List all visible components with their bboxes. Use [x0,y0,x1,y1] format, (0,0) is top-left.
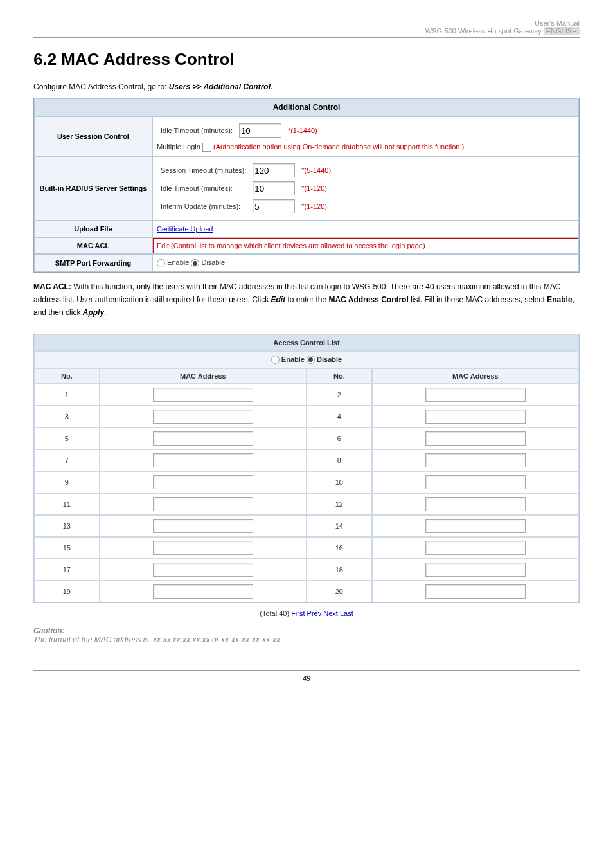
acl-col-no-1: No. [34,368,100,384]
interim-update-input[interactable] [253,199,295,213]
acl-col-mac-1: MAC Address [100,368,306,384]
acl-no: 3 [34,406,100,428]
smtp-enable-label: Enable [165,258,191,266]
acl-no: 6 [306,428,372,449]
upload-file-label: Upload File [34,221,152,237]
acl-mac-input[interactable] [153,519,253,533]
acl-no: 20 [306,581,372,602]
session-timeout-label: Session Timeout (minutes): [158,162,249,179]
acl-mac-input[interactable] [425,431,526,446]
acl-mac-input[interactable] [153,584,253,599]
smtp-forwarding-label: SMTP Port Forwarding [34,254,152,272]
acl-mac-input[interactable] [425,475,526,489]
acl-no: 9 [34,471,100,493]
acl-mac-input[interactable] [425,519,526,533]
acl-disable-radio[interactable] [306,356,315,364]
acl-mac-input[interactable] [425,541,526,555]
multiple-login-label: Multiple Login [157,143,202,150]
acl-mac-input[interactable] [153,388,253,402]
header-line2: WSG-500 Wireless Hotspot Gateway ENGLISH [33,27,580,35]
pager-prev[interactable]: Prev [307,610,322,617]
caution-block: Caution: The format of the MAC address i… [33,626,580,644]
acl-no: 8 [306,449,372,471]
acl-no: 15 [34,537,100,559]
session-timeout-hint: *(5-1440) [299,162,333,179]
acl-no: 12 [306,493,372,515]
smtp-disable-radio[interactable] [191,259,199,267]
mac-acl-description: MAC ACL: With this function, only the us… [33,280,580,320]
idle-timeout-label: Idle Timeout (minutes): [158,122,235,139]
multiple-login-checkbox[interactable] [202,143,211,152]
acl-mac-input[interactable] [153,475,253,489]
page-title: 6.2 MAC Address Control [33,50,580,69]
acl-no: 10 [306,471,372,493]
acl-mac-input[interactable] [425,410,526,424]
acl-no: 18 [306,559,372,581]
acl-mac-input[interactable] [425,563,526,577]
acl-mac-input[interactable] [425,388,526,402]
acl-no: 17 [34,559,100,581]
access-control-list-table: Access Control List Enable Disable No. M… [33,334,580,604]
additional-control-title: Additional Control [34,98,579,116]
acl-enable-row: Enable Disable [34,351,579,369]
interim-update-label: Interim Update (minutes): [158,198,249,215]
acl-mac-input[interactable] [153,541,253,555]
acl-no: 13 [34,515,100,537]
radius-idle-timeout-input[interactable] [253,181,295,195]
pager-next[interactable]: Next [323,610,338,617]
acl-no: 7 [34,449,100,471]
acl-mac-input[interactable] [425,584,526,599]
idle-timeout-hint: *(1-1440) [285,122,320,139]
interim-update-hint: *(1-120) [299,198,333,215]
acl-no: 5 [34,428,100,449]
radius-idle-timeout-hint: *(1-120) [299,180,333,197]
pager: (Total:40) First Prev Next Last [33,610,580,617]
multiple-login-hint: (Authentication option using On-demand d… [213,143,464,150]
certificate-upload-link[interactable]: Certificate Upload [157,225,213,233]
radius-settings-label: Built-in RADIUS Server Settings [34,156,152,221]
acl-no: 19 [34,581,100,602]
smtp-enable-radio[interactable] [157,259,165,267]
acl-mac-input[interactable] [153,453,253,467]
acl-no: 1 [34,384,100,406]
acl-mac-input[interactable] [153,497,253,511]
header-line1: User's Manual [33,19,580,27]
acl-mac-input[interactable] [425,453,526,467]
page-number: 49 [33,670,580,682]
mac-acl-hint: (Control list to manage which client dev… [169,242,425,249]
user-session-control-label: User Session Control [34,116,152,156]
idle-timeout-input[interactable] [239,123,281,138]
acl-mac-input[interactable] [425,497,526,511]
radius-idle-timeout-label: Idle Timeout (minutes): [158,180,249,197]
smtp-disable-label: Disable [199,258,225,266]
acl-col-no-2: No. [306,368,372,384]
acl-enable-radio[interactable] [271,356,280,364]
configure-path: Configure MAC Address Control, go to: Us… [33,82,580,91]
acl-mac-input[interactable] [153,431,253,446]
additional-control-table: Additional Control User Session Control … [33,98,580,273]
page-header: User's Manual WSG-500 Wireless Hotspot G… [33,19,580,38]
acl-title: Access Control List [34,334,579,351]
mac-acl-edit-link[interactable]: Edit [157,242,169,249]
pager-last[interactable]: Last [340,610,353,617]
acl-no: 16 [306,537,372,559]
session-timeout-input[interactable] [253,163,295,177]
acl-mac-input[interactable] [153,410,253,424]
acl-no: 2 [306,384,372,406]
acl-no: 4 [306,406,372,428]
acl-mac-input[interactable] [153,563,253,577]
pager-first[interactable]: First [291,610,305,617]
mac-acl-label: MAC ACL [34,237,152,254]
acl-col-mac-2: MAC Address [372,368,579,384]
acl-no: 14 [306,515,372,537]
acl-no: 11 [34,493,100,515]
